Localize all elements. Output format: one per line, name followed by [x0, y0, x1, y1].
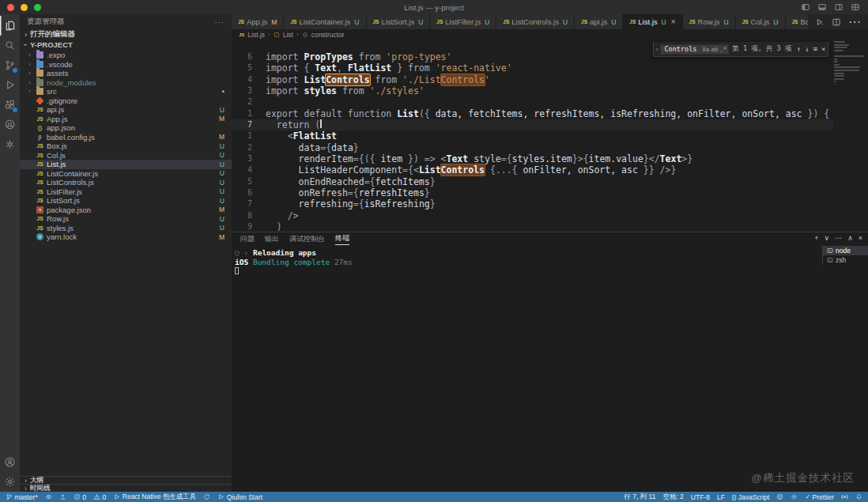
- tree-item-styles-js[interactable]: JSstyles.jsU: [20, 224, 232, 233]
- test-circle-icon[interactable]: [0, 115, 20, 134]
- tree-item-app-json[interactable]: {}app.json: [20, 123, 232, 133]
- find-toggle-chevron-icon[interactable]: ›: [654, 46, 660, 53]
- tree-item-api-js[interactable]: JSapi.jsU: [20, 105, 232, 115]
- split-editor-icon[interactable]: [832, 17, 841, 27]
- tree-item-row-js[interactable]: JSRow.jsU: [20, 214, 232, 224]
- run-debug-icon[interactable]: [0, 75, 20, 95]
- tree-item-src[interactable]: ›src•: [20, 87, 232, 96]
- eye-icon[interactable]: [45, 493, 52, 500]
- toggle-primary-sidebar-icon[interactable]: [801, 2, 810, 12]
- zoom-window-button[interactable]: [34, 4, 41, 11]
- tree-item-listcontainer-js[interactable]: JSListContainer.jsU: [20, 169, 232, 179]
- status-item[interactable]: UTF-8: [691, 493, 710, 501]
- tree-item-list-js[interactable]: JSList.jsU: [20, 160, 232, 169]
- tree-item-node-modules[interactable]: ›node_modules: [20, 78, 232, 88]
- tree-item-package-json[interactable]: npackage.jsonM: [20, 206, 232, 215]
- more-actions-icon[interactable]: ···: [215, 17, 225, 26]
- error-circle-icon[interactable]: 0: [74, 493, 86, 501]
- project-root-section[interactable]: › Y-PROJECT: [20, 40, 232, 50]
- search-icon[interactable]: [0, 36, 20, 55]
- tree-item-assets[interactable]: ›assets: [20, 69, 232, 78]
- more-actions-icon[interactable]: ⋯: [835, 234, 842, 242]
- braces-icon[interactable]: {}JavaScript: [732, 493, 770, 501]
- next-match-icon[interactable]: ↓: [805, 45, 809, 53]
- source-control-icon[interactable]: [0, 55, 20, 75]
- gear-small-icon[interactable]: [791, 493, 798, 500]
- settings-gear-icon[interactable]: [0, 472, 20, 492]
- terminal-item-node[interactable]: node: [823, 246, 868, 255]
- customize-layout-icon[interactable]: [851, 2, 860, 12]
- breadcrumb-item[interactable]: List.js: [247, 31, 265, 39]
- tree-item--expo[interactable]: ›.expo: [20, 51, 232, 60]
- close-tab-icon[interactable]: ×: [671, 17, 676, 26]
- minimize-window-button[interactable]: [21, 4, 28, 11]
- terminal-item-zsh[interactable]: zsh: [823, 255, 868, 265]
- bell-icon[interactable]: [855, 493, 862, 500]
- tree-item-listfilter-js[interactable]: JSListFilter.jsU: [20, 187, 232, 197]
- status-item[interactable]: 行 7, 列 11: [624, 493, 655, 502]
- tab-listcontainer-js[interactable]: JSListContainer.jsU: [284, 14, 366, 29]
- tree-item-app-js[interactable]: JSApp.jsM: [20, 115, 232, 124]
- flower-extension-icon[interactable]: [0, 134, 20, 154]
- status-item[interactable]: 空格: 2: [662, 493, 683, 502]
- panel-tab-问题[interactable]: 问题: [240, 232, 255, 245]
- close-panel-icon[interactable]: ×: [859, 234, 862, 242]
- tab-api-js[interactable]: JSapi.jsU: [575, 14, 623, 29]
- minimap[interactable]: [834, 41, 866, 87]
- code-editor[interactable]: 6import PropTypes from 'prop-types'5impo…: [232, 40, 868, 232]
- check-icon[interactable]: ✓Prettier: [805, 493, 834, 501]
- extensions-icon[interactable]: [0, 95, 20, 115]
- upload-icon[interactable]: [59, 493, 66, 500]
- find-in-selection-icon[interactable]: ≡: [813, 45, 817, 53]
- tab-col-js[interactable]: JSCol.jsU: [736, 14, 786, 29]
- git-branch-icon[interactable]: master*: [6, 493, 38, 501]
- tree-item-listcontrols-js[interactable]: JSListControls.jsU: [20, 178, 232, 187]
- account-icon[interactable]: [0, 452, 20, 472]
- regex-icon[interactable]: .*: [719, 46, 726, 53]
- tree-item-listsort-js[interactable]: JSListSort.jsU: [20, 196, 232, 206]
- run-file-icon[interactable]: [815, 17, 825, 27]
- panel-tab-输出[interactable]: 输出: [265, 232, 279, 245]
- more-actions-icon[interactable]: ⋯: [848, 14, 861, 29]
- tab-row-js[interactable]: JSRow.jsU: [683, 14, 736, 29]
- breadcrumb-item[interactable]: List: [283, 31, 293, 39]
- status-item[interactable]: LF: [717, 493, 725, 501]
- explorer-icon[interactable]: [0, 16, 20, 36]
- tree-item-babel-config-js[interactable]: βbabel.config.jsM: [20, 133, 232, 142]
- broadcast-icon[interactable]: [841, 493, 848, 500]
- tab-app-js[interactable]: JSApp.jsM: [232, 14, 284, 29]
- panel-tab-终端[interactable]: 终端: [335, 232, 349, 245]
- tab-box-js[interactable]: JSBox.jsU: [786, 14, 809, 29]
- open-editors-section[interactable]: › 打开的编辑器: [20, 29, 232, 40]
- tree-item--gitignore[interactable]: .gitignore: [20, 96, 232, 106]
- tab-listsort-js[interactable]: JSListSort.jsU: [367, 14, 431, 29]
- smiley-icon[interactable]: [776, 493, 783, 500]
- close-icon[interactable]: ×: [821, 45, 825, 53]
- breadcrumb-item[interactable]: constructor: [311, 31, 345, 39]
- play-icon[interactable]: Qiufen Start: [217, 493, 262, 501]
- sync-spinner-icon[interactable]: [203, 493, 210, 500]
- tab-listcontrols-js[interactable]: JSListControls.jsU: [496, 14, 575, 29]
- warning-triangle-icon[interactable]: 0: [93, 493, 106, 501]
- match-case-icon[interactable]: Aa: [702, 46, 709, 53]
- terminal-output[interactable]: ○ › Reloading apps iOS Bundling complete…: [235, 248, 353, 277]
- maximize-panel-icon[interactable]: ∧: [847, 234, 853, 242]
- timeline-section[interactable]: › 时间线: [20, 484, 232, 492]
- toggle-secondary-sidebar-icon[interactable]: [834, 2, 843, 12]
- toggle-panel-icon[interactable]: [817, 2, 827, 12]
- play-icon[interactable]: React Native 包生成工具: [113, 493, 196, 502]
- chevron-down-icon[interactable]: ∨: [825, 234, 830, 242]
- tab-listfilter-js[interactable]: JSListFilter.jsU: [430, 14, 496, 29]
- previous-match-icon[interactable]: ↑: [797, 45, 801, 53]
- tree-item-box-js[interactable]: JSBox.jsU: [20, 142, 232, 151]
- outline-section[interactable]: › 大纲: [20, 476, 232, 484]
- whole-word-icon[interactable]: ab: [711, 46, 718, 53]
- tree-item-col-js[interactable]: JSCol.jsU: [20, 151, 232, 160]
- find-input[interactable]: Controls Aaab.*: [660, 44, 729, 55]
- tree-item-yarn-lock[interactable]: Yyarn.lockM: [20, 232, 232, 242]
- close-window-button[interactable]: [7, 4, 14, 11]
- tab-list-js[interactable]: JSList.jsU×: [623, 14, 682, 29]
- tree-item--vscode[interactable]: ›.vscode: [20, 60, 232, 70]
- panel-tab-调试控制台[interactable]: 调试控制台: [289, 232, 325, 245]
- new-terminal-icon[interactable]: +: [814, 234, 818, 242]
